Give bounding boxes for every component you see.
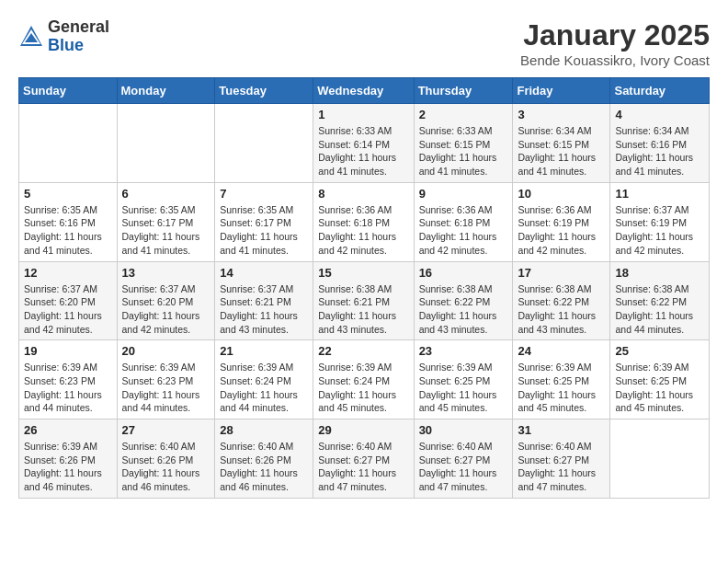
logo-general: General	[48, 18, 109, 37]
calendar-cell: 9Sunrise: 6:36 AMSunset: 6:18 PMDaylight…	[414, 182, 513, 261]
day-number: 18	[615, 266, 704, 280]
calendar-cell: 19Sunrise: 6:39 AMSunset: 6:23 PMDayligh…	[19, 340, 118, 419]
day-info: Sunrise: 6:37 AMSunset: 6:20 PMDaylight:…	[24, 282, 112, 337]
calendar-week-row: 1Sunrise: 6:33 AMSunset: 6:14 PMDaylight…	[19, 104, 710, 183]
weekday-header-sunday: Sunday	[19, 78, 118, 104]
calendar-cell: 1Sunrise: 6:33 AMSunset: 6:14 PMDaylight…	[313, 104, 414, 183]
logo-blue: Blue	[48, 37, 109, 55]
day-info: Sunrise: 6:36 AMSunset: 6:18 PMDaylight:…	[419, 203, 508, 258]
calendar-cell: 3Sunrise: 6:34 AMSunset: 6:15 PMDaylight…	[513, 104, 610, 183]
day-info: Sunrise: 6:37 AMSunset: 6:19 PMDaylight:…	[615, 203, 704, 258]
calendar-cell: 20Sunrise: 6:39 AMSunset: 6:23 PMDayligh…	[117, 340, 215, 419]
calendar-cell: 17Sunrise: 6:38 AMSunset: 6:22 PMDayligh…	[513, 261, 610, 340]
day-info: Sunrise: 6:39 AMSunset: 6:24 PMDaylight:…	[318, 361, 408, 415]
day-info: Sunrise: 6:35 AMSunset: 6:16 PMDaylight:…	[24, 203, 112, 258]
calendar-cell: 14Sunrise: 6:37 AMSunset: 6:21 PMDayligh…	[215, 261, 313, 340]
day-number: 20	[122, 344, 210, 358]
day-number: 29	[318, 423, 408, 437]
calendar-cell: 23Sunrise: 6:39 AMSunset: 6:25 PMDayligh…	[414, 340, 513, 419]
weekday-header-friday: Friday	[513, 78, 610, 104]
logo-text: General Blue	[48, 18, 109, 55]
calendar-cell: 16Sunrise: 6:38 AMSunset: 6:22 PMDayligh…	[414, 261, 513, 340]
calendar-week-row: 5Sunrise: 6:35 AMSunset: 6:16 PMDaylight…	[19, 182, 710, 261]
calendar-cell	[19, 104, 118, 183]
day-number: 26	[24, 423, 112, 437]
day-number: 9	[419, 187, 508, 201]
day-info: Sunrise: 6:40 AMSunset: 6:27 PMDaylight:…	[518, 440, 605, 494]
day-info: Sunrise: 6:40 AMSunset: 6:26 PMDaylight:…	[122, 440, 210, 494]
day-info: Sunrise: 6:39 AMSunset: 6:23 PMDaylight:…	[24, 361, 112, 415]
day-info: Sunrise: 6:39 AMSunset: 6:25 PMDaylight:…	[518, 361, 605, 415]
page-header: General Blue January 2025 Bende Kouassik…	[18, 18, 710, 68]
calendar-cell: 24Sunrise: 6:39 AMSunset: 6:25 PMDayligh…	[513, 340, 610, 419]
location-subtitle: Bende Kouassikro, Ivory Coast	[520, 52, 710, 68]
logo: General Blue	[18, 18, 109, 55]
weekday-header-wednesday: Wednesday	[313, 78, 414, 104]
day-number: 11	[615, 187, 704, 201]
calendar-cell: 8Sunrise: 6:36 AMSunset: 6:18 PMDaylight…	[313, 182, 414, 261]
day-info: Sunrise: 6:39 AMSunset: 6:24 PMDaylight:…	[220, 361, 308, 415]
calendar-cell: 22Sunrise: 6:39 AMSunset: 6:24 PMDayligh…	[313, 340, 414, 419]
day-number: 31	[518, 423, 605, 437]
calendar-cell	[610, 419, 710, 499]
calendar-cell: 25Sunrise: 6:39 AMSunset: 6:25 PMDayligh…	[610, 340, 710, 419]
day-info: Sunrise: 6:38 AMSunset: 6:22 PMDaylight:…	[419, 282, 508, 337]
day-info: Sunrise: 6:36 AMSunset: 6:18 PMDaylight:…	[318, 203, 408, 258]
calendar-cell: 4Sunrise: 6:34 AMSunset: 6:16 PMDaylight…	[610, 104, 710, 183]
calendar-cell: 28Sunrise: 6:40 AMSunset: 6:26 PMDayligh…	[215, 419, 313, 499]
calendar-cell: 12Sunrise: 6:37 AMSunset: 6:20 PMDayligh…	[19, 261, 118, 340]
weekday-header-monday: Monday	[117, 78, 215, 104]
calendar-cell: 21Sunrise: 6:39 AMSunset: 6:24 PMDayligh…	[215, 340, 313, 419]
day-number: 23	[419, 344, 508, 358]
calendar-cell: 29Sunrise: 6:40 AMSunset: 6:27 PMDayligh…	[313, 419, 414, 499]
title-block: January 2025 Bende Kouassikro, Ivory Coa…	[520, 18, 710, 68]
day-number: 10	[518, 187, 605, 201]
day-number: 17	[518, 266, 605, 280]
day-info: Sunrise: 6:39 AMSunset: 6:23 PMDaylight:…	[122, 361, 210, 415]
day-info: Sunrise: 6:36 AMSunset: 6:19 PMDaylight:…	[518, 203, 605, 258]
day-number: 13	[122, 266, 210, 280]
day-info: Sunrise: 6:34 AMSunset: 6:16 PMDaylight:…	[615, 124, 704, 178]
day-number: 28	[220, 423, 308, 437]
day-info: Sunrise: 6:38 AMSunset: 6:22 PMDaylight:…	[518, 282, 605, 337]
day-info: Sunrise: 6:39 AMSunset: 6:26 PMDaylight:…	[24, 440, 112, 494]
day-info: Sunrise: 6:38 AMSunset: 6:21 PMDaylight:…	[318, 282, 408, 337]
day-info: Sunrise: 6:37 AMSunset: 6:20 PMDaylight:…	[122, 282, 210, 337]
day-number: 30	[419, 423, 508, 437]
day-number: 22	[318, 344, 408, 358]
day-number: 27	[122, 423, 210, 437]
day-number: 16	[419, 266, 508, 280]
calendar-cell: 11Sunrise: 6:37 AMSunset: 6:19 PMDayligh…	[610, 182, 710, 261]
day-number: 21	[220, 344, 308, 358]
calendar-cell: 10Sunrise: 6:36 AMSunset: 6:19 PMDayligh…	[513, 182, 610, 261]
day-info: Sunrise: 6:40 AMSunset: 6:27 PMDaylight:…	[419, 440, 508, 494]
calendar-week-row: 12Sunrise: 6:37 AMSunset: 6:20 PMDayligh…	[19, 261, 710, 340]
calendar-cell: 5Sunrise: 6:35 AMSunset: 6:16 PMDaylight…	[19, 182, 118, 261]
calendar-cell: 27Sunrise: 6:40 AMSunset: 6:26 PMDayligh…	[117, 419, 215, 499]
day-number: 1	[318, 108, 408, 121]
day-info: Sunrise: 6:40 AMSunset: 6:27 PMDaylight:…	[318, 440, 408, 494]
weekday-header-row: SundayMondayTuesdayWednesdayThursdayFrid…	[19, 78, 710, 104]
weekday-header-tuesday: Tuesday	[215, 78, 313, 104]
weekday-header-saturday: Saturday	[610, 78, 710, 104]
day-number: 12	[24, 266, 112, 280]
day-info: Sunrise: 6:38 AMSunset: 6:22 PMDaylight:…	[615, 282, 704, 337]
calendar-cell	[215, 104, 313, 183]
day-info: Sunrise: 6:35 AMSunset: 6:17 PMDaylight:…	[220, 203, 308, 258]
logo-icon	[18, 24, 44, 50]
day-number: 14	[220, 266, 308, 280]
day-info: Sunrise: 6:35 AMSunset: 6:17 PMDaylight:…	[122, 203, 210, 258]
calendar-week-row: 26Sunrise: 6:39 AMSunset: 6:26 PMDayligh…	[19, 419, 710, 499]
calendar-cell: 7Sunrise: 6:35 AMSunset: 6:17 PMDaylight…	[215, 182, 313, 261]
calendar-cell: 31Sunrise: 6:40 AMSunset: 6:27 PMDayligh…	[513, 419, 610, 499]
calendar-cell: 26Sunrise: 6:39 AMSunset: 6:26 PMDayligh…	[19, 419, 118, 499]
day-info: Sunrise: 6:33 AMSunset: 6:14 PMDaylight:…	[318, 124, 408, 178]
day-number: 25	[615, 344, 704, 358]
weekday-header-thursday: Thursday	[414, 78, 513, 104]
calendar-cell: 15Sunrise: 6:38 AMSunset: 6:21 PMDayligh…	[313, 261, 414, 340]
calendar-table: SundayMondayTuesdayWednesdayThursdayFrid…	[18, 77, 710, 499]
day-number: 5	[24, 187, 112, 201]
day-number: 19	[24, 344, 112, 358]
day-info: Sunrise: 6:39 AMSunset: 6:25 PMDaylight:…	[419, 361, 508, 415]
day-info: Sunrise: 6:34 AMSunset: 6:15 PMDaylight:…	[518, 124, 605, 178]
